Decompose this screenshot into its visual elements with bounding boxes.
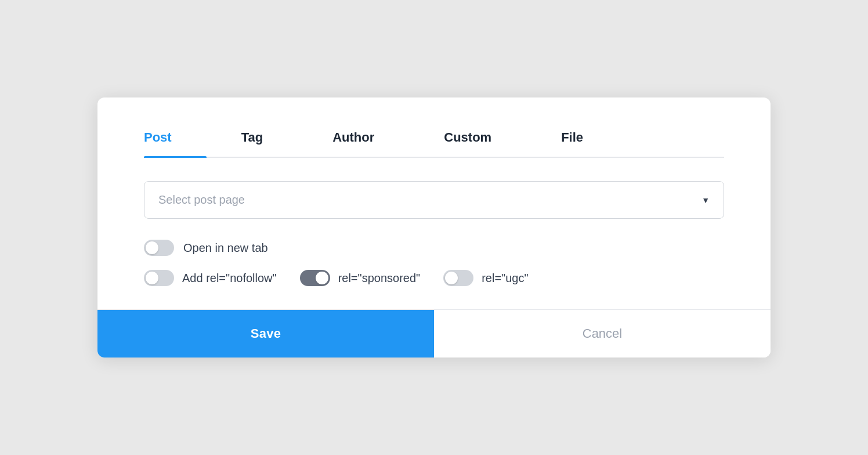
ugc-toggle[interactable] [443, 270, 473, 286]
sponsored-toggle[interactable] [300, 270, 330, 286]
sponsored-group: rel="sponsored" [300, 270, 421, 286]
tab-post[interactable]: Post [144, 121, 207, 157]
nofollow-group: Add rel="nofollow" [144, 270, 277, 286]
nofollow-toggle[interactable] [144, 270, 174, 286]
dialog: Post Tag Author Custom File Select post … [97, 98, 771, 358]
tab-tag[interactable]: Tag [207, 121, 298, 157]
chevron-down-icon: ▼ [701, 196, 710, 205]
tab-author[interactable]: Author [298, 121, 409, 157]
dropdown-placeholder: Select post page [158, 193, 245, 207]
tab-custom[interactable]: Custom [409, 121, 526, 157]
open-in-new-tab-row: Open in new tab [144, 240, 724, 256]
tab-file[interactable]: File [526, 121, 618, 157]
cancel-button[interactable]: Cancel [434, 310, 771, 358]
save-button[interactable]: Save [97, 310, 434, 358]
tab-bar: Post Tag Author Custom File [144, 121, 724, 158]
open-in-new-tab-toggle[interactable] [144, 240, 174, 256]
ugc-label: rel="ugc" [482, 272, 528, 285]
dialog-footer: Save Cancel [97, 309, 771, 358]
sponsored-label: rel="sponsored" [338, 272, 421, 285]
nofollow-label: Add rel="nofollow" [182, 272, 277, 285]
ugc-group: rel="ugc" [443, 270, 528, 286]
dialog-body: Post Tag Author Custom File Select post … [97, 98, 771, 309]
rel-toggles-row: Add rel="nofollow" rel="sponsored" rel="… [144, 270, 724, 286]
open-in-new-tab-label: Open in new tab [183, 241, 268, 255]
post-page-dropdown[interactable]: Select post page ▼ [144, 181, 724, 219]
